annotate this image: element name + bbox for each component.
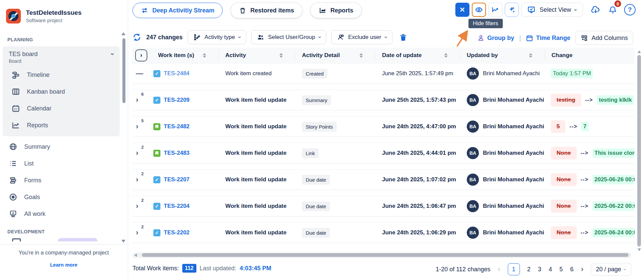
column-header-date[interactable]: Date of update bbox=[375, 50, 460, 60]
work-item-key-link[interactable]: TES-2204 bbox=[164, 203, 190, 210]
sidebar-item-summary[interactable]: Summary bbox=[0, 138, 128, 155]
table-row[interactable]: › 5 TES-2482 Work item field update Stor… bbox=[132, 116, 635, 137]
work-item-key-link[interactable]: TES-2482 bbox=[164, 123, 190, 130]
group-by-control[interactable]: Group by bbox=[478, 35, 514, 42]
horizontal-scroll-thumb[interactable] bbox=[142, 253, 629, 257]
trash-icon bbox=[239, 7, 246, 14]
row-expander[interactable]: › 5 bbox=[132, 122, 148, 131]
sidebar-item-reports[interactable]: Reports bbox=[3, 117, 120, 134]
divider: | bbox=[519, 34, 521, 42]
prev-page-icon[interactable]: ‹ bbox=[498, 265, 500, 274]
tab-reports[interactable]: Reports bbox=[310, 3, 362, 18]
tab-deep-activity-stream[interactable]: Deep Activitiy Stream bbox=[132, 3, 223, 18]
tab-restored-items[interactable]: Restored items bbox=[231, 3, 302, 18]
scroll-down-icon[interactable] bbox=[638, 248, 641, 251]
help-button[interactable]: ? bbox=[624, 4, 636, 15]
sidebar-scrollbar[interactable] bbox=[122, 38, 125, 103]
sidebar-item-calendar[interactable]: Calendar bbox=[3, 100, 120, 117]
ai-sparkles-button[interactable] bbox=[505, 3, 519, 17]
sidebar-item-forms[interactable]: Forms bbox=[0, 172, 128, 189]
vertical-scrollbar[interactable] bbox=[637, 50, 642, 251]
scroll-left-icon[interactable] bbox=[134, 253, 137, 257]
sidebar-item-kanban[interactable]: Kanban board bbox=[3, 83, 120, 100]
trend-icon bbox=[492, 6, 499, 13]
detail-chip: Story Points bbox=[302, 122, 337, 132]
user-group-dropdown[interactable]: Select User/Group › bbox=[251, 30, 326, 44]
page-3[interactable]: 3 bbox=[538, 266, 541, 273]
column-header-change[interactable]: Change bbox=[545, 50, 635, 60]
row-expander[interactable]: › 2 bbox=[132, 202, 148, 211]
sidebar-item-goals[interactable]: Goals bbox=[0, 189, 128, 205]
sidebar-item-all-work[interactable]: All work bbox=[0, 205, 128, 222]
refresh-icon[interactable] bbox=[132, 33, 141, 42]
section-planning: PLANNING bbox=[0, 37, 128, 42]
sidebar-scroll-down-icon[interactable] bbox=[121, 240, 125, 243]
row-expander[interactable]: › 2 bbox=[132, 175, 148, 184]
sidebar-item-timeline[interactable]: Timeline bbox=[3, 66, 120, 83]
time-range-control[interactable]: Time Range bbox=[526, 35, 570, 42]
sidebar-item-list[interactable]: List bbox=[0, 155, 128, 172]
expand-all-button[interactable]: › bbox=[135, 49, 147, 61]
page-4[interactable]: 4 bbox=[549, 266, 552, 273]
last-updated-value: 4:03:45 PM bbox=[240, 265, 271, 272]
column-header-activity-detail[interactable]: Activity Detail bbox=[295, 50, 375, 60]
updated-by-cell: BA Brini Mohamed Ayachi bbox=[460, 67, 545, 80]
work-item-key-link[interactable]: TES-2202 bbox=[164, 229, 190, 236]
new-value-chip: 7 bbox=[581, 122, 588, 131]
add-columns-button[interactable]: Add Columns bbox=[575, 31, 633, 45]
avatar: BA bbox=[467, 200, 479, 212]
row-expander[interactable]: › 6 bbox=[132, 96, 148, 104]
vertical-scroll-thumb[interactable] bbox=[637, 55, 641, 246]
work-item-key-link[interactable]: TES-2484 bbox=[164, 70, 190, 77]
dropdown-label: Select User/Group bbox=[268, 34, 315, 41]
page-5[interactable]: 5 bbox=[560, 266, 563, 273]
sort-icon[interactable] bbox=[529, 53, 532, 58]
column-header-work-item[interactable]: Work item (s) bbox=[151, 50, 219, 60]
work-item-key-link[interactable]: TES-2209 bbox=[164, 97, 190, 103]
sidebar-item-label: Calendar bbox=[27, 105, 51, 112]
page-1[interactable]: 1 bbox=[508, 263, 520, 275]
table-row[interactable]: › 2 TES-2483 Work item field update Link… bbox=[132, 143, 635, 164]
table-row[interactable]: — ✓ TES-2484 Work item created Created J… bbox=[132, 63, 635, 84]
table-row[interactable]: › 2 ✓ TES-2204 Work item field update Du… bbox=[132, 196, 635, 217]
activity-type-dropdown[interactable]: Activity type › bbox=[188, 30, 246, 44]
board-switcher[interactable]: TES board Board › bbox=[3, 51, 120, 66]
row-expander[interactable]: › 2 bbox=[132, 228, 148, 237]
avatar: BA bbox=[467, 121, 479, 133]
table-row[interactable]: › 6 ✓ TES-2209 Work item field update Su… bbox=[132, 90, 635, 110]
clear-filters-trash-icon[interactable] bbox=[399, 33, 408, 42]
row-expander[interactable]: — bbox=[132, 69, 148, 78]
sort-icon[interactable] bbox=[359, 53, 363, 58]
change-arrow: --> bbox=[585, 97, 593, 103]
column-header-updated-by[interactable]: Updated by bbox=[460, 50, 545, 60]
exclude-user-dropdown[interactable]: Exclude user › bbox=[331, 30, 392, 44]
page-2[interactable]: 2 bbox=[527, 266, 531, 273]
notifications-button[interactable]: 0 bbox=[606, 3, 619, 17]
chevron-down-icon: › bbox=[317, 36, 323, 38]
story-type-icon bbox=[153, 150, 160, 157]
sort-icon[interactable] bbox=[444, 53, 448, 58]
table-row[interactable]: › 2 ✓ TES-2202 Work item field update Du… bbox=[132, 222, 635, 243]
expander-count-badge: 2 bbox=[141, 145, 144, 150]
next-page-icon[interactable]: › bbox=[581, 265, 583, 274]
table-row[interactable]: › 2 ✓ TES-2207 Work item field update Du… bbox=[132, 169, 635, 190]
cloud-sync-button[interactable] bbox=[589, 3, 602, 17]
work-item-key-link[interactable]: TES-2207 bbox=[164, 176, 190, 183]
hide-filters-button[interactable] bbox=[472, 3, 486, 17]
scroll-up-icon[interactable] bbox=[638, 50, 641, 53]
page-size-dropdown[interactable]: 20 / page › bbox=[591, 263, 631, 276]
sort-icon[interactable] bbox=[279, 53, 283, 58]
app: TestDeletedIssues Software project PLANN… bbox=[0, 0, 644, 279]
sort-icon[interactable] bbox=[203, 53, 206, 58]
close-button[interactable]: ✕ bbox=[455, 3, 469, 17]
page-6[interactable]: 6 bbox=[570, 266, 574, 273]
work-item-key-link[interactable]: TES-2483 bbox=[164, 150, 190, 156]
row-expander[interactable]: › 2 bbox=[132, 149, 148, 157]
horizontal-scrollbar[interactable] bbox=[132, 252, 631, 258]
sidebar-scroll-up-icon[interactable] bbox=[121, 32, 125, 35]
select-view-dropdown[interactable]: Select View › bbox=[521, 3, 583, 17]
updated-by-cell: BA Brini Mohamed Ayachi bbox=[460, 121, 545, 133]
learn-more-link[interactable]: Learn more bbox=[50, 262, 78, 268]
trend-report-button[interactable] bbox=[488, 3, 502, 17]
column-header-activity[interactable]: Activity bbox=[219, 50, 295, 60]
